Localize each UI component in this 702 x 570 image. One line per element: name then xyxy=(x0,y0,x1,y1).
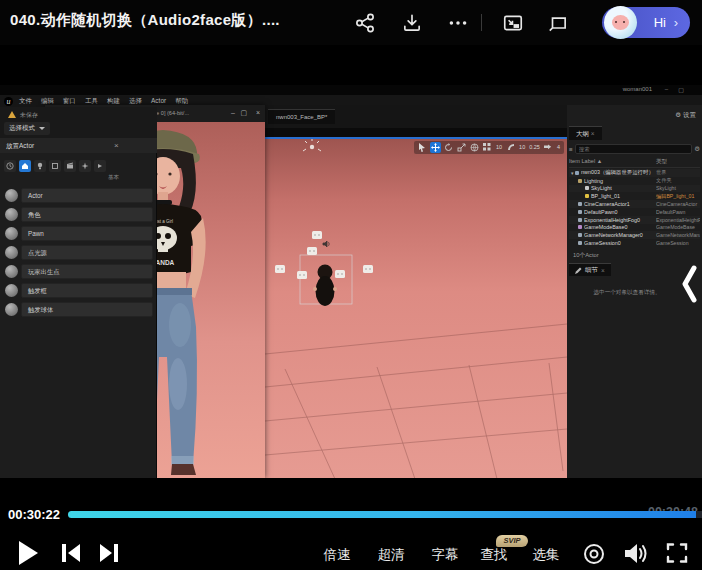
scale-snap-value: 0.25 xyxy=(528,144,541,150)
place-actor-row: 点光源 xyxy=(0,245,157,260)
rotation-snap-icon xyxy=(505,142,516,153)
blueprint-light-icon xyxy=(585,194,589,198)
fullscreen-icon[interactable] xyxy=(666,542,688,564)
progress-bar[interactable] xyxy=(68,511,702,518)
previous-button[interactable] xyxy=(60,542,82,564)
quality-button[interactable]: 超清 xyxy=(364,546,418,564)
pencil-icon xyxy=(575,267,582,274)
actor-type-icon xyxy=(5,303,18,316)
folder-icon xyxy=(578,179,582,183)
actor-type: 世界 xyxy=(656,169,700,176)
place-actor-button: Pawn xyxy=(21,226,153,241)
grid-snap-icon xyxy=(482,142,493,153)
blueprint-tab: nwn003_Face_BP* xyxy=(268,109,335,124)
place-actor-button: Actor xyxy=(21,188,153,203)
expander-icon: ▾ xyxy=(569,178,578,184)
warning-icon xyxy=(8,111,16,118)
close-icon: × xyxy=(114,141,119,150)
actor-label: GameNetworkManager0 xyxy=(584,232,656,238)
world-local-toggle-icon xyxy=(469,142,480,153)
subtitle-button[interactable]: 字幕 xyxy=(418,546,472,564)
screen-cast-icon[interactable] xyxy=(583,543,605,565)
place-actors-drawer: 放置Actor × 基本 Actor xyxy=(0,138,157,478)
recent-icon xyxy=(4,160,16,172)
camera-speed-icon xyxy=(543,142,554,153)
hi-assistant-button[interactable]: Hi › xyxy=(602,7,690,38)
video-player: 040.动作随机切换（Audio2face版）.... xyxy=(0,0,702,570)
details-hint: 选中一个对象以查看详情。 xyxy=(567,289,687,297)
place-actors-header: 放置Actor × xyxy=(0,138,157,153)
settings-button: ⚙ 设置 xyxy=(675,111,696,120)
actor-label: ExponentialHeightFog0 xyxy=(584,217,656,223)
outliner-settings-icon: ⚙ xyxy=(694,145,700,153)
move-tool-icon xyxy=(430,142,441,153)
select-mode-dropdown: 选择模式 xyxy=(4,122,50,135)
place-actor-row: 玩家出生点 xyxy=(0,264,157,279)
outliner-row: SkyLight SkyLight xyxy=(569,185,700,193)
place-actor-button: 角色 xyxy=(21,207,153,222)
place-actor-button: 触发球体 xyxy=(21,302,153,317)
outliner-row: CineCameraActor1 CineCameraActor xyxy=(569,200,700,208)
camera-speed-value: 4 xyxy=(556,144,561,150)
lights-category-icon xyxy=(34,160,46,172)
actor-label: CineCameraActor1 xyxy=(584,201,656,207)
effects-category-icon xyxy=(79,160,91,172)
category-label: 基本 xyxy=(108,174,119,181)
actor-label: GameModeBase0 xyxy=(584,224,656,230)
outliner-row: BP_light_01 编辑BP_light_01 xyxy=(569,192,700,200)
volume-icon[interactable] xyxy=(624,542,649,565)
actor-label: Lighting xyxy=(584,178,656,184)
place-actor-row: 触发框 xyxy=(0,283,157,298)
actor-type: 编辑BP_light_01 xyxy=(656,193,700,200)
actor-label: DefaultPawn0 xyxy=(584,209,656,215)
unsaved-indicator: 未保存 xyxy=(20,111,38,120)
minimize-icon: – xyxy=(665,86,668,92)
place-actor-row: 角色 xyxy=(0,207,157,222)
actor-label: nwn003（编辑器世界运行时） xyxy=(581,169,656,176)
player-controls: 00:30:48 00:30:22 倍速 超清 字幕 查找 SVIP 选集 xyxy=(0,478,702,570)
next-button[interactable] xyxy=(98,542,120,564)
pawn-icon xyxy=(578,210,582,214)
place-actor-button: 点光源 xyxy=(21,245,153,260)
play-button[interactable] xyxy=(16,540,40,566)
actor-type: SkyLight xyxy=(656,185,700,191)
place-actors-list: Actor 角色 Pawn 点光源 xyxy=(0,188,157,321)
find-button[interactable]: 查找 xyxy=(467,546,521,564)
mini-player-icon[interactable] xyxy=(547,12,569,34)
outliner-row: GameModeBase0 GameModeBase xyxy=(569,224,700,232)
maximize-icon: ▢ xyxy=(678,86,684,93)
episodes-button[interactable]: 选集 xyxy=(519,546,573,564)
column-type: 类型 xyxy=(656,158,700,167)
filter-icon: ≡ xyxy=(569,146,573,153)
actor-type: DefaultPawn xyxy=(656,209,700,215)
more-icon[interactable] xyxy=(447,12,469,34)
player-topbar: 040.动作随机切换（Audio2face版）.... xyxy=(0,0,702,45)
grid-snap-value: 10 xyxy=(495,144,503,150)
outliner-rows: ▾ nwn003（编辑器世界运行时） 世界 ▾ Lighting 文件夹 xyxy=(569,169,700,247)
outliner-row: ExponentialHeightFog0 ExponentialHeightF… xyxy=(569,216,700,224)
minimize-icon: – xyxy=(231,109,235,116)
blueprint-tabbar: nwn003_Face_BP* xyxy=(265,105,567,128)
menu-item: 文件 xyxy=(19,97,32,106)
close-icon: × xyxy=(256,109,260,116)
share-icon[interactable] xyxy=(354,12,376,34)
maximize-icon: ▢ xyxy=(240,109,247,117)
session-icon xyxy=(578,241,582,245)
topbar-divider xyxy=(481,14,482,31)
outliner-row: GameNetworkManager0 GameNetworkManager xyxy=(569,231,700,239)
actor-type-icon xyxy=(5,246,18,259)
video-surface[interactable]: woman001 – ▢ u 文件编辑窗口工具构建选择Actor帮助 未保存 选… xyxy=(0,85,702,478)
download-icon[interactable] xyxy=(401,12,423,34)
actor-label: BP_light_01 xyxy=(591,193,656,199)
actor-type-icon xyxy=(5,189,18,202)
place-actor-row: Pawn xyxy=(0,226,157,241)
speed-button[interactable]: 倍速 xyxy=(310,546,364,564)
select-tool-icon xyxy=(417,142,428,153)
place-actor-button: 玩家出生点 xyxy=(21,264,153,279)
actor-type: ExponentialHeightFog xyxy=(656,217,700,223)
place-actor-button: 触发框 xyxy=(21,283,153,298)
actor-type-icon xyxy=(5,265,18,278)
picture-in-picture-icon[interactable] xyxy=(502,12,524,34)
outliner-tab: 大纲 × xyxy=(569,126,602,140)
actor-type-icon xyxy=(5,284,18,297)
